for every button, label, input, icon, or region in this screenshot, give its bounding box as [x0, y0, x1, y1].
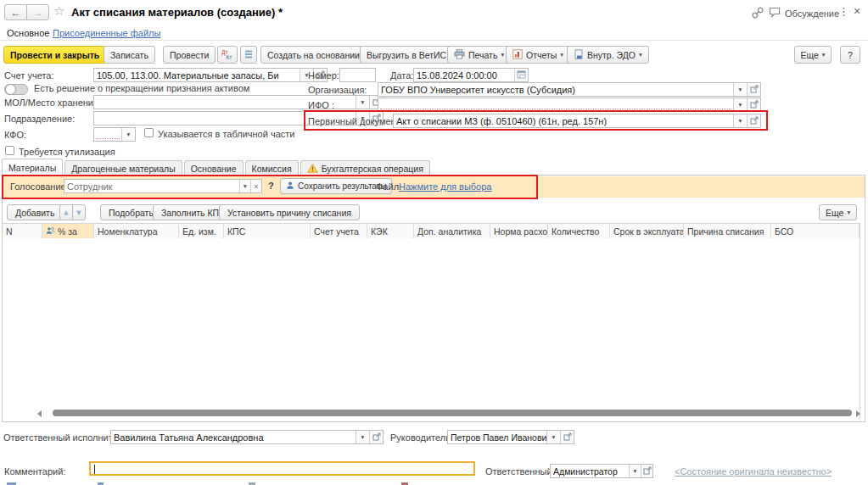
mol-dropdown-button[interactable]: ▾ [356, 96, 369, 109]
utilization-checkbox[interactable] [5, 146, 14, 155]
reports-button[interactable]: Отчеты▾ [506, 46, 570, 64]
back-button[interactable]: ← [4, 4, 27, 20]
kfo-in-table-checkbox[interactable] [144, 128, 154, 137]
column-header-7[interactable]: КЭК [367, 224, 414, 238]
primary-doc-field[interactable]: Акт о списании МЗ (ф. 0510460) (61н, ред… [393, 114, 761, 128]
column-header-10[interactable]: Количество [548, 224, 610, 238]
scroll-right-arrow[interactable] [856, 410, 860, 417]
account-field[interactable]: 105.00, 113.00. Материальные запасы, Би … [93, 68, 328, 82]
organization-field[interactable]: ГОБУ ВПО Университет искусств (Субсидия)… [378, 82, 761, 97]
set-writeoff-reason-button[interactable]: Установить причину списания [219, 204, 360, 220]
manager-field[interactable]: Петров Павел Иванович ▾ [447, 430, 574, 444]
voting-help-icon[interactable]: ? [268, 181, 274, 191]
column-header-3[interactable]: Номенклатура [94, 224, 179, 238]
show-postings-button[interactable]: ДтКт [217, 46, 238, 64]
ifo-dropdown-button[interactable]: ▾ [733, 98, 747, 111]
executor-open-button[interactable] [369, 431, 383, 443]
chevron-down-icon: ▾ [739, 86, 742, 93]
open-icon [563, 432, 572, 443]
voting-clear-button[interactable]: × [250, 180, 261, 192]
column-header-8[interactable]: Доп. аналитика [414, 224, 490, 238]
toggle-knob [5, 84, 16, 95]
add-row-button[interactable]: Добавить [7, 204, 63, 220]
document-window: ← → ☆ Акт списания материалов (создание)… [0, 0, 868, 485]
comment-input[interactable] [89, 461, 475, 476]
edo-document-icon [574, 49, 584, 61]
get-link-icon[interactable] [752, 7, 764, 20]
executor-field[interactable]: Вавилина Татьяна Александровна ▾ [110, 430, 384, 444]
primary-doc-label: Первичный документ: [308, 116, 403, 126]
voting-dropdown-button[interactable]: ▾ [239, 180, 250, 192]
column-header-6[interactable]: Счет учета [311, 224, 367, 238]
move-up-button[interactable] [59, 204, 73, 220]
print-button[interactable]: Печать▾ [447, 46, 511, 64]
kebab-menu-icon[interactable]: ⋮ [838, 5, 849, 18]
open-icon [750, 100, 759, 110]
responsible-dropdown-button[interactable]: ▾ [629, 465, 641, 477]
favorite-star-icon[interactable]: ☆ [53, 3, 64, 19]
tab-materials[interactable]: Материалы [2, 159, 63, 176]
table-body[interactable] [3, 238, 860, 405]
column-header-9[interactable]: Норма расхода [490, 224, 548, 238]
number-field[interactable] [339, 68, 376, 82]
people-icon [46, 226, 55, 237]
file-label: Файл: [376, 181, 401, 192]
write-button[interactable]: Записать [104, 46, 155, 64]
organization-dropdown-button[interactable]: ▾ [733, 83, 747, 96]
date-label: Дата: [390, 70, 413, 81]
ifo-field[interactable]: ▾ [378, 98, 761, 112]
executor-dropdown-button[interactable]: ▾ [356, 431, 369, 443]
discussion-label: Обсуждение [785, 8, 839, 19]
chevron-down-icon: ▾ [552, 434, 556, 441]
chevron-down-icon: ▾ [847, 209, 850, 216]
upload-vetis-button[interactable]: Выгрузить в ВетИС [360, 46, 453, 64]
derecognition-toggle[interactable] [4, 84, 28, 95]
table-more-button[interactable]: Еще▾ [819, 204, 857, 220]
move-down-button[interactable] [72, 204, 86, 220]
form-more-button[interactable]: Еще▾ [794, 46, 832, 64]
create-on-basis-button[interactable]: Создать на основании▾ [260, 46, 373, 64]
file-choose-link[interactable]: Нажмите для выбора [399, 181, 491, 192]
window-close-icon[interactable]: × [854, 4, 860, 18]
column-header-1[interactable]: N [3, 224, 42, 238]
post-button[interactable]: Провести [163, 46, 216, 64]
manager-open-button[interactable] [560, 431, 574, 443]
responsible-open-button[interactable] [641, 465, 652, 477]
register-records-button[interactable] [240, 46, 257, 64]
discussion-button[interactable]: Обсуждение [769, 7, 839, 20]
column-header-2[interactable]: % за [42, 224, 94, 238]
post-and-close-button[interactable]: Провести и закрыть [3, 46, 106, 64]
scroll-left-arrow[interactable] [37, 410, 42, 417]
arrow-up-icon [63, 208, 70, 218]
column-header-4[interactable]: Ед. изм. [179, 224, 224, 238]
primary-doc-open-button[interactable] [747, 114, 760, 127]
forward-arrow-icon: → [33, 7, 43, 19]
organization-open-button[interactable] [747, 83, 760, 96]
mol-field[interactable]: ▾ [93, 95, 384, 109]
column-header-13[interactable]: БСО [771, 224, 860, 238]
internal-edo-button[interactable]: Внутр. ЭДО▾ [567, 46, 649, 64]
column-header-11[interactable]: Срок в эксплуатации [610, 224, 684, 238]
column-header-5[interactable]: КПС [224, 224, 311, 238]
forward-button[interactable]: → [26, 4, 49, 20]
nav-tab-attached-files[interactable]: Присоединенные файлы [53, 28, 160, 38]
nav-tab-main[interactable]: Основное [7, 28, 49, 38]
kfo-dropdown-button[interactable]: ▾ [121, 128, 135, 141]
ifo-open-button[interactable] [747, 98, 760, 111]
horizontal-scrollbar-thumb[interactable] [53, 410, 852, 416]
voting-employee-input[interactable] [64, 180, 239, 192]
voting-employee-field[interactable]: ▾ × [64, 179, 262, 193]
help-button[interactable]: ? [840, 46, 860, 64]
date-field[interactable]: 15.08.2024 0:00:00 [413, 68, 529, 82]
text-caret [94, 465, 95, 474]
calendar-button[interactable] [514, 69, 528, 81]
manager-dropdown-button[interactable]: ▾ [546, 431, 560, 443]
column-header-12[interactable]: Причина списания [684, 224, 771, 238]
kfo-field[interactable]: ▾ [93, 127, 136, 142]
printer-icon [454, 49, 465, 61]
responsible-field[interactable]: Администратор ▾ [550, 464, 653, 478]
kfo-label: КФО: [4, 130, 26, 140]
clear-icon: × [254, 182, 258, 191]
primary-doc-dropdown-button[interactable]: ▾ [733, 114, 747, 127]
original-state-link[interactable]: <Состояние оригинала неизвестно> [675, 466, 832, 477]
